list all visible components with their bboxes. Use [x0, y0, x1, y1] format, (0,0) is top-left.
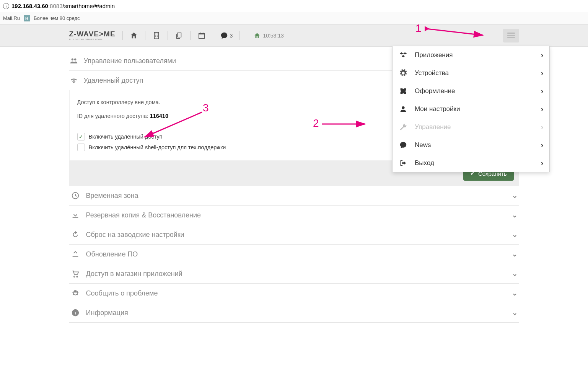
menu-devices-label: Устройства — [415, 69, 449, 77]
reload-icon — [71, 230, 80, 239]
info-circle-icon — [71, 309, 80, 317]
logout-icon — [399, 159, 408, 167]
wrench-icon — [399, 123, 408, 131]
menu-design[interactable]: Оформление› — [393, 82, 549, 100]
time-value: 10:53:13 — [263, 33, 284, 39]
chevron-right-icon: › — [541, 105, 543, 113]
user-icon — [399, 105, 408, 113]
row-timezone[interactable]: Временная зона ⌄ — [69, 186, 519, 206]
menu-devices[interactable]: Устройства› — [393, 64, 549, 82]
row-update[interactable]: Обновление ПО ⌄ — [69, 245, 519, 264]
chevron-right-icon: › — [541, 141, 543, 149]
row-backup-label: Резервная копия & Восстановление — [86, 211, 201, 219]
row-bug[interactable]: Сообщить о проблеме ⌄ — [69, 284, 519, 303]
bookmark-more[interactable]: Более чем 80 средс — [34, 15, 80, 21]
browser-address-bar[interactable]: i 192.168.43.60:8083/smarthome/#/admin — [0, 0, 588, 12]
row-backup[interactable]: Резервная копия & Восстановление ⌄ — [69, 206, 519, 225]
row-info-label: Информация — [86, 309, 128, 317]
download-icon — [71, 211, 80, 219]
url-ip: 192.168.43.60 — [11, 3, 48, 9]
chevron-right-icon: › — [541, 123, 543, 131]
section-users-label: Управление пользователями — [84, 57, 176, 65]
menu-logout[interactable]: Выход› — [393, 154, 549, 172]
copy-icon[interactable] — [175, 31, 183, 40]
row-bug-label: Сообщить о проблеме — [86, 289, 158, 297]
bug-icon — [71, 289, 80, 297]
row-store[interactable]: Доступ в магазин приложений ⌄ — [69, 264, 519, 284]
row-reset-label: Сброс на заводские настройки — [86, 231, 184, 239]
puzzle-icon — [399, 87, 408, 95]
building-icon[interactable] — [152, 31, 161, 40]
menu-apps[interactable]: Приложения› — [393, 46, 549, 64]
remote-id-label: ID для удаленного доступа: — [77, 113, 150, 119]
chevron-right-icon: › — [541, 87, 543, 95]
bookmark-h-icon[interactable]: H — [24, 15, 30, 21]
menu-admin[interactable]: Управление› — [393, 118, 549, 136]
chevron-down-icon: ⌄ — [512, 250, 518, 258]
chevron-down-icon: ⌄ — [512, 289, 518, 297]
menu-logout-label: Выход — [415, 159, 434, 167]
time-display: 10:53:13 — [254, 32, 284, 39]
row-update-label: Обновление ПО — [86, 250, 138, 258]
row-store-label: Доступ в магазин приложений — [86, 270, 182, 278]
messages-count: 3 — [230, 33, 233, 39]
menu-settings-label: Мои настройки — [415, 105, 460, 113]
row-timezone-label: Временная зона — [86, 192, 138, 200]
gears-icon — [399, 69, 408, 77]
logo-main: Z-WAVE>ME — [69, 30, 116, 38]
chevron-down-icon: ⌄ — [512, 269, 518, 278]
comment-icon — [399, 141, 408, 149]
section-remote-label: Удаленный доступ — [84, 77, 143, 85]
main-dropdown-menu: Приложения› Устройства› Оформление› Мои … — [392, 46, 550, 172]
hamburger-menu-button[interactable] — [503, 29, 519, 42]
cart-icon — [71, 269, 80, 278]
upload-icon — [71, 250, 80, 258]
bookmarks-bar: Mail.Ru H Более чем 80 средс — [0, 12, 588, 24]
checkbox-remote-access-label: Включить удаленный доступ — [89, 134, 163, 140]
chevron-down-icon: ⌄ — [512, 230, 518, 239]
clock-icon — [71, 191, 80, 200]
row-reset[interactable]: Сброс на заводские настройки ⌄ — [69, 225, 519, 245]
chevron-down-icon: ⌄ — [512, 309, 518, 317]
logo-sub: BUILDS THE SMART HOME — [69, 38, 116, 41]
url-port: :8083 — [48, 3, 63, 9]
users-icon — [69, 57, 78, 65]
menu-news[interactable]: News› — [393, 136, 549, 154]
row-info[interactable]: Информация ⌄ — [69, 303, 519, 323]
info-icon: i — [3, 3, 9, 9]
calendar-icon[interactable] — [197, 31, 206, 40]
chevron-down-icon: ⌄ — [512, 191, 518, 200]
chevron-down-icon: ⌄ — [512, 211, 518, 219]
checkbox-remote-access-box[interactable]: ✓ — [77, 133, 85, 140]
menu-news-label: News — [415, 141, 431, 149]
chevron-right-icon: › — [541, 159, 543, 167]
logo[interactable]: Z-WAVE>ME BUILDS THE SMART HOME — [69, 30, 116, 41]
messages-icon[interactable]: 3 — [220, 31, 233, 40]
checkbox-remote-shell-label: Включить удалённый shell-доступ для тех.… — [89, 144, 226, 150]
menu-admin-label: Управление — [415, 123, 451, 131]
bookmark-mailru[interactable]: Mail.Ru — [3, 15, 20, 21]
chevron-right-icon: › — [541, 69, 543, 77]
menu-settings[interactable]: Мои настройки› — [393, 100, 549, 118]
top-nav: Z-WAVE>ME BUILDS THE SMART HOME 3 10:53:… — [0, 24, 588, 47]
menu-apps-label: Приложения — [415, 51, 453, 59]
home-icon[interactable] — [130, 31, 138, 40]
cubes-icon — [399, 51, 408, 59]
wifi-icon — [69, 76, 78, 85]
url-path: /smarthome/#/admin — [62, 3, 115, 9]
checkbox-remote-shell-box[interactable] — [77, 144, 85, 151]
chevron-right-icon: › — [541, 51, 543, 59]
remote-id-value: 116410 — [150, 113, 168, 119]
menu-design-label: Оформление — [415, 87, 455, 95]
